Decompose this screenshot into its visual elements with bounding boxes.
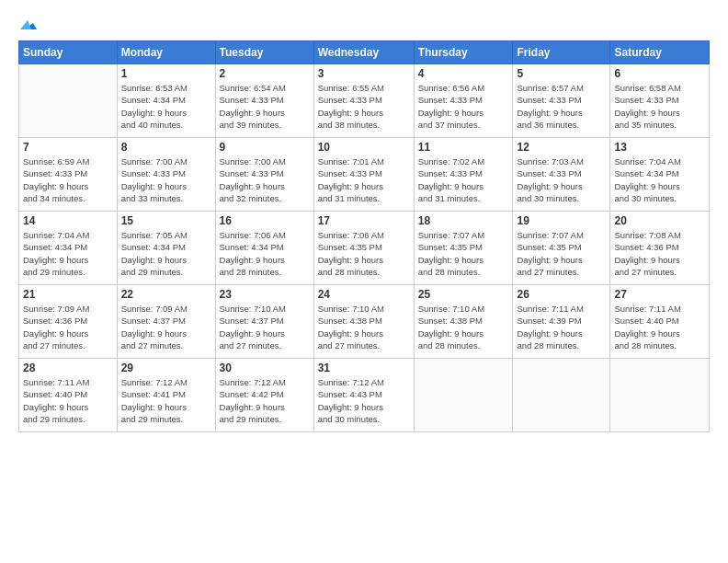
day-number: 14 xyxy=(23,214,113,227)
day-info: Sunrise: 6:56 AM Sunset: 4:33 PM Dayligh… xyxy=(418,82,509,131)
calendar-cell: 6Sunrise: 6:58 AM Sunset: 4:33 PM Daylig… xyxy=(610,64,710,138)
day-info: Sunrise: 7:04 AM Sunset: 4:34 PM Dayligh… xyxy=(614,155,705,204)
day-info: Sunrise: 7:12 AM Sunset: 4:43 PM Dayligh… xyxy=(318,376,410,425)
day-info: Sunrise: 7:07 AM Sunset: 4:35 PM Dayligh… xyxy=(418,229,509,278)
day-number: 23 xyxy=(220,288,310,301)
day-info: Sunrise: 6:59 AM Sunset: 4:33 PM Dayligh… xyxy=(23,155,113,204)
calendar-header-row: SundayMondayTuesdayWednesdayThursdayFrid… xyxy=(19,41,710,64)
calendar-week-row: 7Sunrise: 6:59 AM Sunset: 4:33 PM Daylig… xyxy=(19,138,710,212)
day-info: Sunrise: 7:10 AM Sunset: 4:37 PM Dayligh… xyxy=(220,303,310,351)
calendar-day-header: Sunday xyxy=(19,41,118,64)
day-number: 6 xyxy=(614,67,705,80)
calendar-week-row: 21Sunrise: 7:09 AM Sunset: 4:36 PM Dayli… xyxy=(19,285,710,359)
day-number: 17 xyxy=(318,214,410,227)
day-info: Sunrise: 7:10 AM Sunset: 4:38 PM Dayligh… xyxy=(318,303,410,351)
day-info: Sunrise: 7:09 AM Sunset: 4:36 PM Dayligh… xyxy=(23,303,113,351)
calendar-cell: 21Sunrise: 7:09 AM Sunset: 4:36 PM Dayli… xyxy=(19,285,118,359)
day-info: Sunrise: 6:54 AM Sunset: 4:33 PM Dayligh… xyxy=(220,82,310,131)
calendar-cell: 17Sunrise: 7:06 AM Sunset: 4:35 PM Dayli… xyxy=(313,212,414,285)
calendar-cell: 20Sunrise: 7:08 AM Sunset: 4:36 PM Dayli… xyxy=(610,212,710,285)
svg-marker-1 xyxy=(20,20,31,29)
calendar-cell: 7Sunrise: 6:59 AM Sunset: 4:33 PM Daylig… xyxy=(19,138,118,212)
day-info: Sunrise: 7:12 AM Sunset: 4:41 PM Dayligh… xyxy=(121,376,211,425)
day-number: 19 xyxy=(517,214,606,227)
day-number: 11 xyxy=(418,141,509,154)
calendar-cell xyxy=(513,359,610,432)
day-number: 31 xyxy=(318,362,410,374)
day-info: Sunrise: 7:04 AM Sunset: 4:34 PM Dayligh… xyxy=(23,229,113,278)
page: SundayMondayTuesdayWednesdayThursdayFrid… xyxy=(0,0,728,563)
day-number: 25 xyxy=(418,288,509,301)
day-number: 4 xyxy=(418,67,509,80)
day-info: Sunrise: 7:11 AM Sunset: 4:39 PM Dayligh… xyxy=(517,303,606,351)
day-number: 18 xyxy=(418,214,509,227)
calendar-cell: 31Sunrise: 7:12 AM Sunset: 4:43 PM Dayli… xyxy=(313,359,414,432)
calendar-cell: 15Sunrise: 7:05 AM Sunset: 4:34 PM Dayli… xyxy=(117,212,215,285)
day-number: 20 xyxy=(614,214,705,227)
day-number: 2 xyxy=(220,67,310,80)
day-number: 26 xyxy=(517,288,606,301)
calendar-cell: 22Sunrise: 7:09 AM Sunset: 4:37 PM Dayli… xyxy=(117,285,215,359)
day-info: Sunrise: 6:58 AM Sunset: 4:33 PM Dayligh… xyxy=(614,82,705,131)
calendar-cell: 19Sunrise: 7:07 AM Sunset: 4:35 PM Dayli… xyxy=(513,212,610,285)
calendar-week-row: 28Sunrise: 7:11 AM Sunset: 4:40 PM Dayli… xyxy=(19,359,710,432)
day-info: Sunrise: 7:10 AM Sunset: 4:38 PM Dayligh… xyxy=(418,303,509,351)
day-info: Sunrise: 7:06 AM Sunset: 4:35 PM Dayligh… xyxy=(318,229,410,278)
day-info: Sunrise: 7:00 AM Sunset: 4:33 PM Dayligh… xyxy=(121,155,211,204)
day-number: 28 xyxy=(23,362,113,374)
calendar-cell: 28Sunrise: 7:11 AM Sunset: 4:40 PM Dayli… xyxy=(19,359,118,432)
calendar-cell: 8Sunrise: 7:00 AM Sunset: 4:33 PM Daylig… xyxy=(117,138,215,212)
calendar-cell: 4Sunrise: 6:56 AM Sunset: 4:33 PM Daylig… xyxy=(414,64,513,138)
day-info: Sunrise: 7:01 AM Sunset: 4:33 PM Dayligh… xyxy=(318,155,410,204)
calendar-table: SundayMondayTuesdayWednesdayThursdayFrid… xyxy=(18,40,710,432)
day-number: 16 xyxy=(220,214,310,227)
calendar-cell: 30Sunrise: 7:12 AM Sunset: 4:42 PM Dayli… xyxy=(215,359,313,432)
calendar-day-header: Thursday xyxy=(414,41,513,64)
calendar-cell: 24Sunrise: 7:10 AM Sunset: 4:38 PM Dayli… xyxy=(313,285,414,359)
calendar-cell: 2Sunrise: 6:54 AM Sunset: 4:33 PM Daylig… xyxy=(215,64,313,138)
calendar-day-header: Tuesday xyxy=(215,41,313,64)
calendar-cell xyxy=(414,359,513,432)
calendar-cell: 29Sunrise: 7:12 AM Sunset: 4:41 PM Dayli… xyxy=(117,359,215,432)
day-info: Sunrise: 6:57 AM Sunset: 4:33 PM Dayligh… xyxy=(517,82,606,131)
calendar-day-header: Friday xyxy=(513,41,610,64)
day-info: Sunrise: 7:11 AM Sunset: 4:40 PM Dayligh… xyxy=(614,303,705,351)
calendar-cell xyxy=(610,359,710,432)
calendar-cell: 9Sunrise: 7:00 AM Sunset: 4:33 PM Daylig… xyxy=(215,138,313,212)
day-info: Sunrise: 7:09 AM Sunset: 4:37 PM Dayligh… xyxy=(121,303,211,351)
day-info: Sunrise: 7:08 AM Sunset: 4:36 PM Dayligh… xyxy=(614,229,705,278)
calendar-cell: 12Sunrise: 7:03 AM Sunset: 4:33 PM Dayli… xyxy=(513,138,610,212)
calendar-cell: 27Sunrise: 7:11 AM Sunset: 4:40 PM Dayli… xyxy=(610,285,710,359)
calendar-cell: 11Sunrise: 7:02 AM Sunset: 4:33 PM Dayli… xyxy=(414,138,513,212)
header xyxy=(18,15,710,33)
day-number: 21 xyxy=(23,288,113,301)
calendar-cell: 5Sunrise: 6:57 AM Sunset: 4:33 PM Daylig… xyxy=(513,64,610,138)
day-info: Sunrise: 6:53 AM Sunset: 4:34 PM Dayligh… xyxy=(121,82,211,131)
day-info: Sunrise: 7:03 AM Sunset: 4:33 PM Dayligh… xyxy=(517,155,606,204)
calendar-cell: 26Sunrise: 7:11 AM Sunset: 4:39 PM Dayli… xyxy=(513,285,610,359)
day-number: 27 xyxy=(614,288,705,301)
day-number: 1 xyxy=(121,67,211,80)
day-number: 30 xyxy=(220,362,310,374)
calendar-cell: 3Sunrise: 6:55 AM Sunset: 4:33 PM Daylig… xyxy=(313,64,414,138)
day-number: 5 xyxy=(517,67,606,80)
calendar-cell: 25Sunrise: 7:10 AM Sunset: 4:38 PM Dayli… xyxy=(414,285,513,359)
calendar-cell: 23Sunrise: 7:10 AM Sunset: 4:37 PM Dayli… xyxy=(215,285,313,359)
calendar-day-header: Wednesday xyxy=(313,41,414,64)
day-number: 13 xyxy=(614,141,705,154)
day-info: Sunrise: 7:06 AM Sunset: 4:34 PM Dayligh… xyxy=(220,229,310,278)
calendar-cell: 10Sunrise: 7:01 AM Sunset: 4:33 PM Dayli… xyxy=(313,138,414,212)
day-info: Sunrise: 6:55 AM Sunset: 4:33 PM Dayligh… xyxy=(318,82,410,131)
calendar-cell xyxy=(19,64,118,138)
day-info: Sunrise: 7:00 AM Sunset: 4:33 PM Dayligh… xyxy=(220,155,310,204)
calendar-day-header: Monday xyxy=(117,41,215,64)
calendar-cell: 13Sunrise: 7:04 AM Sunset: 4:34 PM Dayli… xyxy=(610,138,710,212)
day-number: 12 xyxy=(517,141,606,154)
day-number: 10 xyxy=(318,141,410,154)
day-number: 8 xyxy=(121,141,211,154)
day-info: Sunrise: 7:07 AM Sunset: 4:35 PM Dayligh… xyxy=(517,229,606,278)
day-number: 9 xyxy=(220,141,310,154)
day-info: Sunrise: 7:02 AM Sunset: 4:33 PM Dayligh… xyxy=(418,155,509,204)
day-number: 7 xyxy=(23,141,113,154)
calendar-cell: 18Sunrise: 7:07 AM Sunset: 4:35 PM Dayli… xyxy=(414,212,513,285)
